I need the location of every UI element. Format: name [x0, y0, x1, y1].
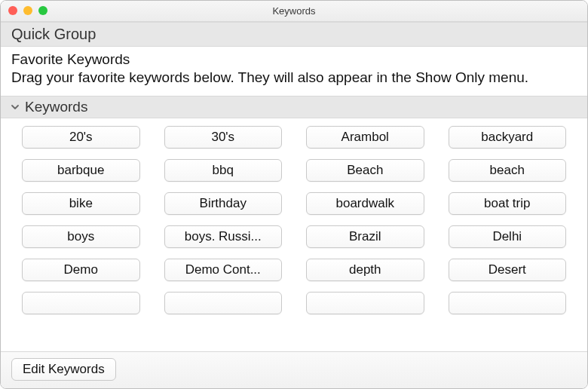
keyword-pill[interactable]: Birthday: [164, 192, 283, 215]
keyword-pill[interactable]: Brazil: [306, 225, 424, 248]
keyword-pill[interactable]: bike: [22, 192, 140, 215]
minimize-icon[interactable]: [23, 6, 32, 15]
keyword-pill[interactable]: beach: [449, 159, 567, 182]
keyword-pill[interactable]: Desert: [449, 259, 567, 281]
keyword-pill[interactable]: Beach: [306, 159, 424, 182]
keyword-pill[interactable]: [164, 292, 283, 314]
favorite-keywords-section: Favorite Keywords Drag your favorite key…: [1, 47, 587, 96]
keywords-scroll-area[interactable]: 20's30'sArambolbackyardbarbquebbqBeachbe…: [1, 118, 587, 351]
keywords-grid: 20's30'sArambolbackyardbarbquebbqBeachbe…: [22, 126, 566, 314]
keyword-pill[interactable]: Arambol: [306, 126, 424, 149]
favorite-keywords-title: Favorite Keywords: [11, 51, 577, 68]
window-controls: [8, 6, 47, 15]
keyword-pill[interactable]: 20's: [22, 126, 140, 149]
keywords-window: Keywords Quick Group Favorite Keywords D…: [0, 0, 588, 389]
keyword-pill[interactable]: boardwalk: [306, 192, 424, 215]
keyword-pill[interactable]: bbq: [164, 159, 283, 182]
zoom-icon[interactable]: [38, 6, 47, 15]
close-icon[interactable]: [8, 6, 17, 15]
keyword-pill[interactable]: [22, 292, 140, 314]
quick-group-header: Quick Group: [1, 22, 587, 47]
keyword-pill[interactable]: [449, 292, 567, 314]
keyword-pill[interactable]: boat trip: [449, 192, 567, 215]
keyword-pill[interactable]: 30's: [164, 126, 283, 149]
titlebar: Keywords: [1, 1, 587, 22]
keyword-pill[interactable]: boys. Russi...: [164, 225, 283, 248]
quick-group-label: Quick Group: [11, 26, 96, 43]
keyword-pill[interactable]: barbque: [22, 159, 140, 182]
chevron-down-icon[interactable]: [10, 102, 20, 112]
window-title: Keywords: [272, 5, 315, 17]
keyword-pill[interactable]: depth: [306, 259, 424, 281]
keyword-pill[interactable]: Demo Cont...: [164, 259, 283, 281]
footer: Edit Keywords: [1, 351, 587, 388]
keywords-header-label: Keywords: [25, 99, 87, 115]
keyword-pill[interactable]: boys: [22, 225, 140, 248]
keyword-pill[interactable]: Delhi: [449, 225, 567, 248]
keywords-header[interactable]: Keywords: [1, 96, 587, 118]
keyword-pill[interactable]: [306, 292, 424, 314]
keyword-pill[interactable]: backyard: [449, 126, 567, 149]
keyword-pill[interactable]: Demo: [22, 259, 140, 281]
edit-keywords-button[interactable]: Edit Keywords: [11, 358, 116, 381]
favorite-keywords-description: Drag your favorite keywords below. They …: [11, 69, 577, 87]
